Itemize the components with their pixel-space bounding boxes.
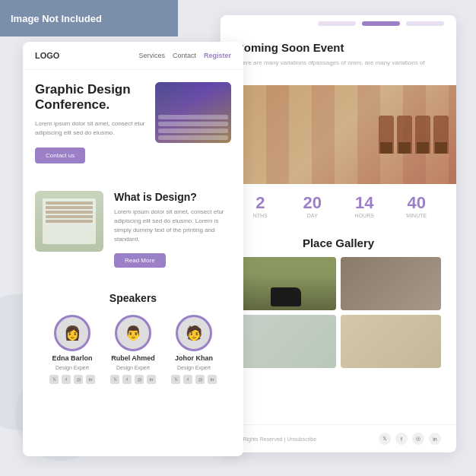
table-row-v [46, 215, 93, 218]
count-number-minutes: 40 [392, 193, 442, 213]
chair [379, 116, 394, 154]
card-nav: LOGO Services Contact Register [23, 42, 243, 70]
design-content: What is Design? Lorem ipsum dolor sit am… [114, 191, 231, 268]
count-item-days: 20 DAY [288, 193, 338, 218]
hero-title: Graphic Design Conference. [35, 82, 148, 113]
count-item-hours: 14 HOURS [340, 193, 389, 218]
count-label-hours: HOURS [340, 213, 389, 218]
room-row [158, 122, 228, 126]
speaker-social-rubel: 𝕏 f ◎ in [110, 375, 156, 384]
gallery-piano [236, 257, 336, 310]
gallery-title: Place Gallery [236, 236, 441, 249]
gallery-item-4 [341, 315, 441, 368]
hero-description: Lorem ipsum dolor sit amet, consect etur… [35, 119, 148, 138]
gallery-item-1 [236, 257, 336, 310]
room-rows [158, 115, 228, 140]
table-row-v [46, 206, 93, 209]
count-label-minutes: MINUTE [392, 213, 442, 218]
speaker-item: 👩 Edna Barlon Design Expert 𝕏 f ◎ in [49, 315, 95, 384]
chairs-visual [379, 116, 449, 154]
coming-soon-description: There are many variations ofpassages of … [236, 59, 441, 67]
contact-us-button[interactable]: Contact us [35, 148, 85, 163]
facebook-icon[interactable]: f [183, 375, 192, 384]
top-bar-item [318, 21, 356, 26]
instagram-icon[interactable]: ◎ [74, 375, 83, 384]
avatar-johor: 🧑 [178, 317, 210, 349]
right-footer: All Rights Reserved | Unsubscribe 𝕏 f ◎ … [221, 424, 456, 452]
right-top-bar [221, 15, 456, 32]
top-bar-item [406, 21, 444, 26]
gallery-grid [236, 257, 441, 368]
speaker-role-edna: Design Expert [56, 365, 89, 370]
speakers-row: 👩 Edna Barlon Design Expert 𝕏 f ◎ in 👨 R… [35, 315, 231, 384]
chair [397, 116, 412, 154]
speakers-section: Speakers 👩 Edna Barlon Design Expert 𝕏 f… [23, 280, 243, 396]
facebook-icon[interactable]: f [62, 375, 71, 384]
twitter-icon[interactable]: 𝕏 [49, 375, 59, 384]
speaker-name-rubel: Rubel Ahmed [111, 354, 155, 362]
room-row [158, 129, 228, 133]
speaker-avatar-johor: 🧑 [176, 315, 212, 351]
hero-section: Graphic Design Conference. Lorem ipsum d… [23, 70, 243, 176]
linkedin-icon[interactable]: in [86, 375, 95, 384]
gallery-item-3 [236, 315, 336, 368]
table-row-v [46, 202, 93, 205]
read-more-button[interactable]: Read More [114, 253, 166, 268]
coming-soon-section: Coming Soon Event There are many variati… [221, 32, 456, 85]
nav-register[interactable]: Register [204, 52, 231, 59]
hero-text: Graphic Design Conference. Lorem ipsum d… [35, 82, 148, 163]
gallery-section: Place Gallery [221, 227, 456, 377]
footer-linkedin-icon[interactable]: in [429, 433, 441, 445]
linkedin-icon[interactable]: in [147, 375, 156, 384]
footer-twitter-icon[interactable]: 𝕏 [379, 433, 391, 445]
instagram-icon[interactable]: ◎ [135, 375, 144, 384]
speaker-avatar-edna: 👩 [54, 315, 90, 351]
table-visual [43, 198, 96, 244]
speaker-item: 🧑 Johor Khan Design Expert 𝕏 f ◎ in [171, 315, 217, 384]
piano-shape [271, 287, 301, 306]
speaker-item: 👨 Rubel Ahmed Design Expert 𝕏 f ◎ in [110, 315, 156, 384]
instagram-icon[interactable]: ◎ [195, 375, 205, 384]
design-title: What is Design? [114, 191, 231, 203]
top-bar-item-active [362, 21, 400, 26]
footer-facebook-icon[interactable]: f [395, 433, 408, 445]
speaker-social-johor: 𝕏 f ◎ in [171, 375, 217, 384]
banner: Image Not Included [0, 0, 178, 36]
speaker-name-edna: Edna Barlon [52, 354, 92, 362]
table-row-v [46, 220, 93, 223]
card-left: LOGO Services Contact Register Graphic D… [23, 42, 243, 456]
room-row [158, 115, 228, 119]
table-row-v [46, 211, 93, 214]
design-description: Lorem ipsum dolor sit amet, consect etur… [114, 208, 231, 244]
chair [433, 116, 449, 154]
chair [415, 116, 430, 154]
nav-contact[interactable]: Contact [173, 52, 196, 59]
speakers-title: Speakers [35, 292, 231, 304]
speaker-role-rubel: Design Expert [116, 365, 150, 370]
footer-instagram-icon[interactable]: ◎ [412, 433, 424, 445]
speaker-avatar-rubel: 👨 [115, 315, 151, 351]
hero-image-inner [155, 82, 231, 143]
design-image [35, 191, 103, 252]
footer-social: 𝕏 f ◎ in [379, 433, 441, 445]
speaker-role-johor: Design Expert [177, 365, 211, 370]
twitter-icon[interactable]: 𝕏 [171, 375, 180, 384]
count-number-days: 20 [288, 193, 338, 213]
footer-text: All Rights Reserved | Unsubscribe [236, 436, 379, 442]
speaker-social-edna: 𝕏 f ◎ in [49, 375, 95, 384]
linkedin-icon[interactable]: in [208, 375, 217, 384]
avatar-edna: 👩 [56, 317, 88, 349]
countdown-bar: 2 NTHS 20 DAY 14 HOURS 40 MINUTE [221, 184, 456, 227]
gallery-item-2 [341, 257, 441, 310]
coming-soon-title: Coming Soon Event [236, 41, 441, 54]
speaker-name-johor: Johor Khan [175, 354, 213, 362]
card-right: Coming Soon Event There are many variati… [221, 15, 456, 452]
nav-services[interactable]: Services [138, 52, 165, 59]
facebook-icon[interactable]: f [122, 375, 132, 384]
hero-image [155, 82, 231, 143]
room-row [158, 135, 228, 140]
design-section: What is Design? Lorem ipsum dolor sit am… [23, 179, 243, 280]
nav-logo: LOGO [35, 51, 59, 60]
design-image-inner [35, 191, 103, 252]
twitter-icon[interactable]: 𝕏 [110, 375, 119, 384]
